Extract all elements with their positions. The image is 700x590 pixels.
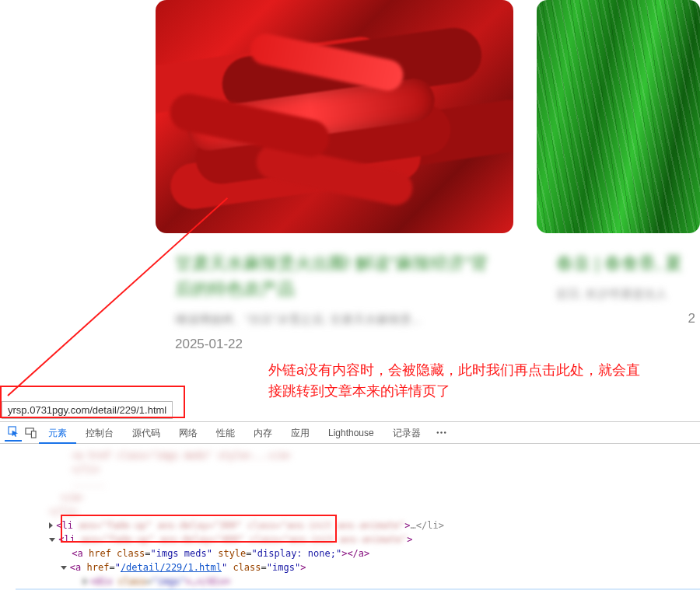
card-description: 继淄博烧烤、"尔滨"冰雪之后, 甘肃天水麻辣烫... bbox=[175, 312, 494, 327]
dom-line-blur: <a href class="imgs meds" style>...</a> bbox=[16, 449, 700, 463]
annotation-box-code bbox=[61, 515, 337, 543]
inspect-icon[interactable] bbox=[5, 424, 22, 442]
tab-performance[interactable]: 性能 bbox=[207, 422, 244, 444]
svg-point-3 bbox=[437, 431, 439, 433]
card-title[interactable]: 春韭 | 春食香, 夏 bbox=[556, 250, 681, 276]
tab-recorder[interactable]: 记录器 bbox=[383, 422, 430, 444]
tab-memory[interactable]: 内存 bbox=[244, 422, 282, 444]
tab-network[interactable]: 网络 bbox=[170, 422, 207, 444]
tab-lighthouse[interactable]: Lighthouse bbox=[319, 422, 383, 444]
annotation-line2: 接跳转到文章本来的详情页了 bbox=[268, 383, 450, 399]
dom-line-a-link[interactable]: <a href="/detail/229/1.html" class="imgs… bbox=[16, 560, 700, 574]
dom-line-div-imgs[interactable]: <div class="imgs">…</div> bbox=[16, 574, 700, 588]
dom-line-blur: ...... bbox=[16, 477, 700, 491]
card-image[interactable] bbox=[537, 0, 700, 233]
card-list: 甘肃天水麻辣烫火出圈! 解读"麻辣经济"背后的特色农产品 继淄博烧烤、"尔滨"冰… bbox=[0, 0, 700, 395]
article-card[interactable]: 甘肃天水麻辣烫火出圈! 解读"麻辣经济"背后的特色农产品 继淄博烧烤、"尔滨"冰… bbox=[156, 0, 513, 395]
tab-sources[interactable]: 源代码 bbox=[123, 422, 170, 444]
card-body: 甘肃天水麻辣烫火出圈! 解读"麻辣经济"背后的特色农产品 继淄博烧烤、"尔滨"冰… bbox=[156, 233, 513, 358]
annotation-box-url bbox=[0, 386, 185, 418]
dom-line-a-hidden[interactable]: <a href class="imgs meds" style="display… bbox=[16, 546, 700, 560]
card-description: 近日, 长沙市菜篮次人 bbox=[556, 287, 681, 302]
more-icon[interactable] bbox=[433, 424, 450, 442]
tab-elements[interactable]: 元素 bbox=[39, 422, 76, 444]
device-icon[interactable] bbox=[22, 424, 39, 442]
article-card[interactable]: 春韭 | 春食香, 夏 近日, 长沙市菜篮次人 2 bbox=[537, 0, 700, 395]
card-title[interactable]: 甘肃天水麻辣烫火出圈! 解读"麻辣经济"背后的特色农产品 bbox=[175, 250, 494, 302]
card-date: 2 bbox=[688, 311, 695, 326]
svg-point-4 bbox=[441, 431, 443, 433]
devtools-panel: 元素 控制台 源代码 网络 性能 内存 应用 Lighthouse 记录器 <a… bbox=[0, 421, 700, 590]
annotation-text: 外链a没有内容时，会被隐藏，此时我们再点击此处，就会直 接跳转到文章本来的详情页… bbox=[268, 360, 700, 402]
card-date: 2025-01-22 bbox=[175, 337, 494, 352]
tab-console[interactable]: 控制台 bbox=[76, 422, 123, 444]
svg-point-5 bbox=[444, 431, 446, 433]
tab-application[interactable]: 应用 bbox=[282, 422, 319, 444]
card-image[interactable] bbox=[156, 0, 513, 233]
dom-line-blur: </li> bbox=[16, 463, 700, 477]
svg-rect-2 bbox=[31, 431, 36, 438]
devtools-tabbar: 元素 控制台 源代码 网络 性能 内存 应用 Lighthouse 记录器 bbox=[0, 422, 700, 444]
annotation-line1: 外链a没有内容时，会被隐藏，此时我们再点击此处，就会直 bbox=[268, 362, 640, 378]
dom-line-blur: </a> bbox=[16, 491, 700, 504]
card-body: 春韭 | 春食香, 夏 近日, 长沙市菜篮次人 2 bbox=[537, 233, 700, 308]
